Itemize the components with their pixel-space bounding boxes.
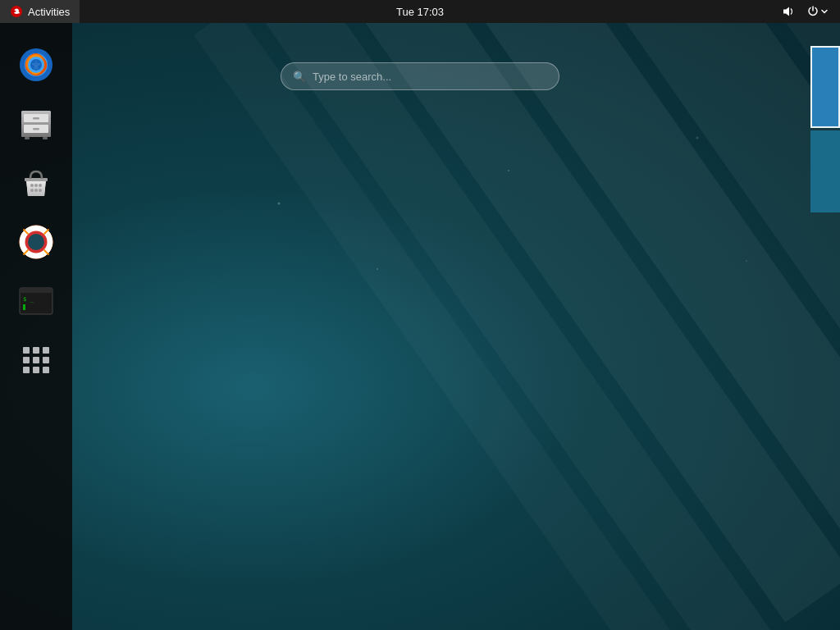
dock-item-terminal[interactable]: $ _ (11, 276, 62, 326)
svg-point-10 (377, 268, 378, 270)
svg-point-13 (746, 260, 747, 262)
chevron-down-icon (820, 7, 829, 16)
firefox-icon (16, 45, 56, 84)
svg-point-32 (39, 189, 42, 192)
svg-rect-24 (25, 137, 30, 139)
dock-item-firefox[interactable] (11, 39, 62, 90)
svg-rect-26 (25, 178, 48, 181)
svg-point-28 (34, 184, 38, 187)
software-icon (16, 163, 56, 203)
workspace-switcher (810, 46, 840, 212)
svg-point-31 (34, 189, 38, 192)
search-icon: 🔍 (293, 71, 306, 83)
svg-rect-43 (20, 288, 52, 293)
topbar-left: Activities (0, 0, 80, 23)
volume-button[interactable] (778, 2, 799, 21)
svg-rect-6 (597, 23, 840, 425)
activities-button[interactable]: Activities (0, 0, 80, 23)
search-bar[interactable]: 🔍 (281, 62, 559, 90)
svg-rect-2 (248, 23, 772, 630)
system-menu-button[interactable] (802, 2, 833, 21)
redhat-logo-icon (10, 5, 23, 18)
svg-point-9 (278, 203, 281, 205)
svg-text:$ _: $ _ (23, 296, 34, 303)
topbar: Activities Tue 17:03 (0, 0, 840, 23)
search-bar-container: 🔍 (281, 62, 559, 90)
topbar-right (778, 2, 840, 21)
dock-item-software[interactable] (11, 158, 62, 208)
grid-dot (43, 347, 49, 354)
svg-rect-5 (490, 23, 840, 500)
grid-dot (23, 367, 30, 373)
grid-dot (33, 367, 39, 373)
grid-dot (33, 357, 39, 363)
grid-dot (33, 347, 39, 354)
grid-dot (23, 347, 30, 354)
svg-point-12 (696, 137, 699, 139)
grid-dot (23, 357, 30, 363)
appgrid-grid (16, 340, 56, 380)
terminal-icon: $ _ (16, 281, 56, 321)
svg-point-36 (28, 234, 44, 250)
svg-rect-4 (395, 23, 840, 566)
svg-rect-23 (33, 128, 39, 130)
grid-dot (43, 357, 49, 363)
workspace-2[interactable] (810, 130, 840, 212)
dock-item-filemanager[interactable] (11, 98, 62, 149)
desktop-decoration (0, 23, 840, 630)
svg-rect-25 (43, 137, 48, 139)
svg-point-27 (30, 184, 34, 187)
dock: $ _ (0, 23, 72, 630)
desktop: 🔍 (0, 23, 840, 630)
svg-rect-22 (33, 117, 39, 120)
search-input[interactable] (313, 71, 547, 83)
svg-rect-3 (315, 23, 840, 623)
topbar-clock: Tue 17:03 (396, 6, 444, 18)
svg-point-30 (30, 189, 34, 192)
svg-point-29 (39, 184, 42, 187)
power-icon (807, 6, 819, 17)
help-icon (16, 222, 56, 262)
dock-item-appgrid[interactable] (11, 335, 62, 386)
activities-label: Activities (28, 6, 70, 18)
svg-point-11 (508, 170, 509, 171)
volume-icon (782, 5, 795, 18)
grid-dot (43, 367, 49, 373)
svg-rect-1 (194, 23, 705, 630)
dock-item-help[interactable] (11, 217, 62, 267)
workspace-1[interactable] (810, 46, 840, 128)
filemanager-icon (16, 104, 56, 144)
svg-rect-45 (23, 304, 25, 310)
